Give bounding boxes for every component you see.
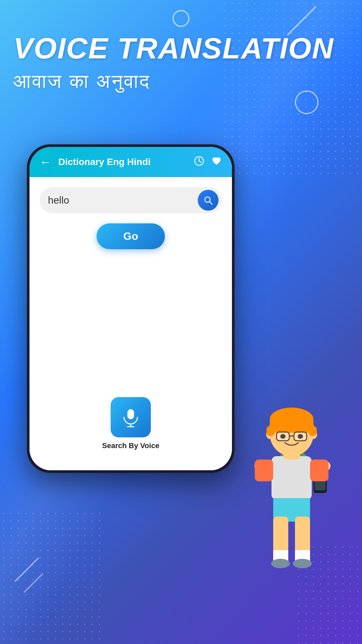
circle-decoration-right xyxy=(295,91,318,114)
bg-dots-bl xyxy=(0,510,101,644)
app-bar: ← Dictionary Eng Hindi xyxy=(29,147,232,177)
search-input[interactable] xyxy=(48,195,198,206)
svg-rect-29 xyxy=(266,426,275,436)
search-button[interactable] xyxy=(198,190,219,211)
favorite-icon[interactable] xyxy=(211,156,222,169)
svg-point-17 xyxy=(293,559,312,568)
phone-inner: ← Dictionary Eng Hindi xyxy=(29,147,232,470)
svg-rect-37 xyxy=(273,460,310,498)
voice-section: Search By Voice xyxy=(102,397,160,450)
svg-rect-21 xyxy=(270,419,313,433)
circle-decoration-top xyxy=(173,10,189,27)
page-subtitle-hindi: आवाज का अनुवाद xyxy=(13,70,349,93)
phone-outer: ← Dictionary Eng Hindi xyxy=(27,144,235,473)
app-bar-title: Dictionary Eng Hindi xyxy=(58,157,194,167)
results-area xyxy=(40,259,222,397)
svg-rect-30 xyxy=(309,426,317,436)
svg-rect-36 xyxy=(310,460,328,481)
svg-rect-35 xyxy=(255,460,273,481)
voice-search-button[interactable] xyxy=(111,397,151,437)
character-illustration xyxy=(228,376,355,610)
svg-line-4 xyxy=(209,202,212,204)
phone-mockup: ← Dictionary Eng Hindi xyxy=(27,144,235,473)
svg-point-27 xyxy=(280,434,286,439)
app-bar-icons xyxy=(194,156,222,169)
go-button[interactable]: Go xyxy=(97,223,165,249)
svg-rect-5 xyxy=(127,409,134,419)
history-icon[interactable] xyxy=(194,156,204,169)
page-title: VOICE TRANSLATION xyxy=(13,34,349,63)
header-area: VOICE TRANSLATION आवाज का अनुवाद xyxy=(13,34,349,93)
search-bar xyxy=(40,187,222,213)
voice-label: Search By Voice xyxy=(102,441,160,450)
app-content: Go Search By Voice xyxy=(29,177,232,470)
svg-point-16 xyxy=(271,559,290,568)
svg-point-28 xyxy=(298,434,303,439)
back-button[interactable]: ← xyxy=(40,155,52,169)
svg-line-2 xyxy=(199,161,201,162)
